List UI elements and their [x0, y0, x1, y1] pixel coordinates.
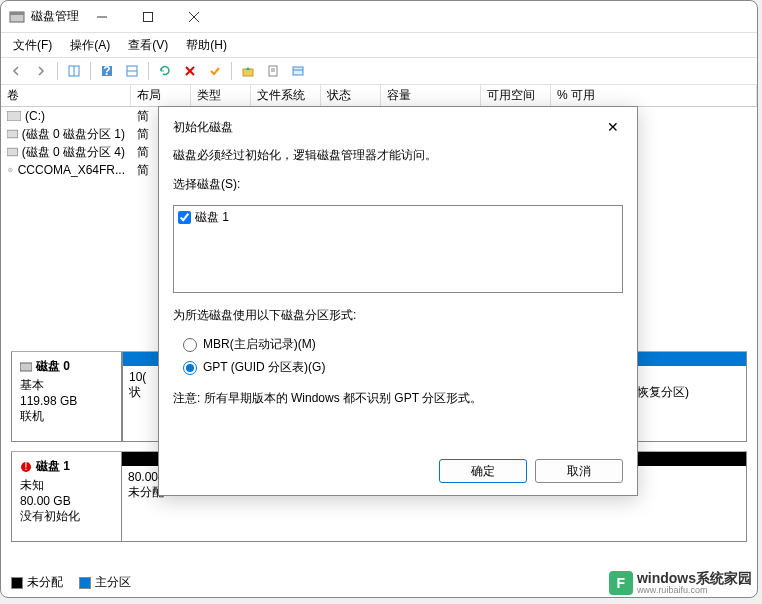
disk-state: 没有初始化 — [20, 508, 113, 525]
partition-segment[interactable]: 10(状 — [122, 352, 162, 441]
menu-action[interactable]: 操作(A) — [62, 35, 118, 56]
disk-item-label: 磁盘 1 — [195, 209, 229, 226]
disk-kind: 基本 — [20, 377, 113, 394]
watermark: F windows系统家园 www.ruibaifu.com — [609, 571, 752, 596]
grid-header: 卷 布局 类型 文件系统 状态 容量 可用空间 % 可用 — [1, 85, 757, 107]
menu-view[interactable]: 查看(V) — [120, 35, 176, 56]
watermark-sub: www.ruibaifu.com — [637, 586, 752, 596]
drive-icon — [7, 147, 18, 157]
svg-rect-21 — [7, 130, 18, 138]
disk-size: 80.00 GB — [20, 494, 113, 508]
dialog-title: 初始化磁盘 — [173, 119, 233, 136]
folder-up-icon[interactable] — [237, 60, 259, 82]
disk-kind: 未知 — [20, 477, 113, 494]
disk-select-list[interactable]: 磁盘 1 — [173, 205, 623, 293]
partition-style-label: 为所选磁盘使用以下磁盘分区形式: — [173, 307, 623, 324]
properties-icon[interactable] — [262, 60, 284, 82]
check-icon[interactable] — [204, 60, 226, 82]
disk-info[interactable]: !磁盘 1 未知 80.00 GB 没有初始化 — [12, 452, 122, 541]
volume-name: (C:) — [25, 109, 45, 123]
svg-rect-22 — [7, 148, 18, 156]
disk-state: 联机 — [20, 408, 113, 425]
select-disk-label: 选择磁盘(S): — [173, 176, 623, 193]
svg-point-24 — [10, 170, 11, 171]
radio-icon — [183, 361, 197, 375]
legend-unalloc: 未分配 — [27, 574, 63, 591]
radio-gpt[interactable]: GPT (GUID 分区表)(G) — [183, 359, 623, 376]
disk-size: 119.98 GB — [20, 394, 113, 408]
watermark-icon: F — [609, 571, 633, 595]
initialize-disk-dialog: 初始化磁盘 ✕ 磁盘必须经过初始化，逻辑磁盘管理器才能访问。 选择磁盘(S): … — [158, 106, 638, 496]
menubar: 文件(F) 操作(A) 查看(V) 帮助(H) — [1, 33, 757, 57]
separator — [148, 62, 149, 80]
toolbar-view1[interactable] — [63, 60, 85, 82]
col-status[interactable]: 状态 — [321, 85, 381, 106]
col-volume[interactable]: 卷 — [1, 85, 131, 106]
svg-text:?: ? — [103, 64, 110, 78]
delete-icon[interactable] — [179, 60, 201, 82]
svg-rect-25 — [20, 363, 32, 371]
volume-name: CCCOMA_X64FR... — [18, 163, 125, 177]
radio-mbr[interactable]: MBR(主启动记录)(M) — [183, 336, 623, 353]
col-capacity[interactable]: 容量 — [381, 85, 481, 106]
drive-icon — [7, 129, 18, 139]
drive-icon — [7, 111, 21, 121]
gpt-label: GPT (GUID 分区表)(G) — [203, 359, 325, 376]
radio-icon — [183, 338, 197, 352]
app-icon — [9, 9, 25, 25]
col-pct[interactable]: % 可用 — [551, 85, 757, 106]
svg-rect-20 — [7, 111, 21, 121]
back-button[interactable] — [5, 60, 27, 82]
disk-info[interactable]: 磁盘 0 基本 119.98 GB 联机 — [12, 352, 122, 441]
forward-button[interactable] — [30, 60, 52, 82]
col-layout[interactable]: 布局 — [131, 85, 191, 106]
svg-rect-3 — [144, 12, 153, 21]
maximize-button[interactable] — [125, 2, 171, 32]
list-icon[interactable] — [287, 60, 309, 82]
menu-help[interactable]: 帮助(H) — [178, 35, 235, 56]
separator — [90, 62, 91, 80]
watermark-main: windows系统家园 — [637, 571, 752, 586]
close-button[interactable] — [171, 2, 217, 32]
titlebar: 磁盘管理 — [1, 1, 757, 33]
menu-file[interactable]: 文件(F) — [5, 35, 60, 56]
svg-text:!: ! — [24, 461, 27, 473]
cancel-button[interactable]: 取消 — [535, 459, 623, 483]
volume-name: (磁盘 0 磁盘分区 4) — [22, 144, 125, 161]
legend: 未分配 主分区 — [11, 574, 131, 591]
svg-rect-14 — [243, 69, 253, 76]
dialog-description: 磁盘必须经过初始化，逻辑磁盘管理器才能访问。 — [173, 147, 623, 164]
dialog-close-button[interactable]: ✕ — [603, 117, 623, 137]
window-title: 磁盘管理 — [31, 8, 79, 25]
refresh-icon[interactable] — [154, 60, 176, 82]
col-type[interactable]: 类型 — [191, 85, 251, 106]
dialog-note: 注意: 所有早期版本的 Windows 都不识别 GPT 分区形式。 — [173, 390, 623, 407]
volume-name: (磁盘 0 磁盘分区 1) — [22, 126, 125, 143]
partition-recovery[interactable]: (恢复分区) — [626, 352, 746, 441]
separator — [231, 62, 232, 80]
svg-rect-1 — [10, 12, 24, 15]
recovery-label: (恢复分区) — [633, 384, 740, 401]
col-free[interactable]: 可用空间 — [481, 85, 551, 106]
warning-icon: ! — [20, 461, 32, 473]
minimize-button[interactable] — [79, 2, 125, 32]
disk-label: 磁盘 1 — [36, 458, 70, 475]
legend-primary: 主分区 — [95, 574, 131, 591]
disk-list-item[interactable]: 磁盘 1 — [176, 208, 620, 227]
disk-icon — [20, 361, 32, 373]
mbr-label: MBR(主启动记录)(M) — [203, 336, 316, 353]
toolbar: ? — [1, 57, 757, 85]
help-icon[interactable]: ? — [96, 60, 118, 82]
legend-swatch-unalloc — [11, 577, 23, 589]
disk-checkbox[interactable] — [178, 211, 191, 224]
svg-rect-18 — [293, 67, 303, 75]
disk-label: 磁盘 0 — [36, 358, 70, 375]
col-fs[interactable]: 文件系统 — [251, 85, 321, 106]
separator — [57, 62, 58, 80]
disc-icon — [7, 165, 14, 175]
ok-button[interactable]: 确定 — [439, 459, 527, 483]
toolbar-view2[interactable] — [121, 60, 143, 82]
legend-swatch-primary — [79, 577, 91, 589]
